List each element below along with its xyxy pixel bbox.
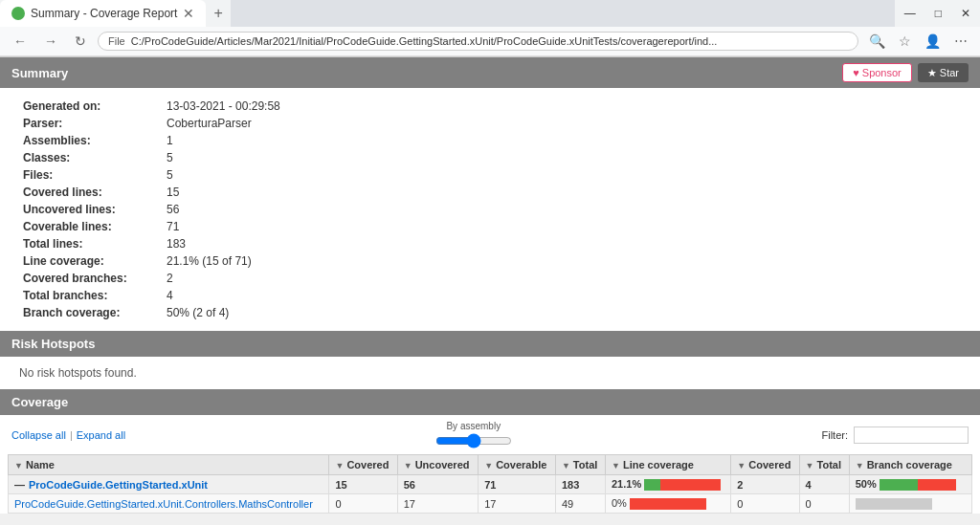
summary-row: Assemblies:1 <box>19 132 961 149</box>
risk-hotspots-label: Risk Hotspots <box>11 337 95 351</box>
coverage-table: ▼ Name ▼ Covered ▼ Uncovered ▼ Coverable… <box>8 454 972 514</box>
tab-close-button[interactable]: ✕ <box>183 6 194 21</box>
forward-button[interactable]: → <box>38 31 63 52</box>
profile-icon-button[interactable]: 👤 <box>920 31 946 52</box>
summary-value: 71 <box>163 218 961 235</box>
filter-control: Filter: <box>821 427 969 444</box>
star-button[interactable]: ★ Star <box>918 63 969 82</box>
file-label: File <box>108 35 125 47</box>
grouping-control: By assembly <box>435 421 512 448</box>
line-coverage-bar <box>644 479 721 491</box>
summary-row: Files:5 <box>19 166 961 184</box>
grouping-label: By assembly <box>446 421 501 431</box>
table-row: —ProCodeGuide.GettingStarted.xUnit 15 56… <box>9 475 972 494</box>
summary-row: Covered branches:2 <box>19 270 961 287</box>
line-coverage-bar <box>630 498 706 510</box>
summary-row: Generated on:13-03-2021 - 00:29:58 <box>19 98 961 115</box>
tab-title: Summary - Coverage Report <box>31 7 177 20</box>
line-coverage-cell: 21.1% <box>605 475 730 494</box>
browser-chrome: Summary - Coverage Report ✕ + — □ ✕ ← → … <box>0 0 980 57</box>
covered-cell: 0 <box>329 494 397 514</box>
summary-label: Parser: <box>19 115 163 132</box>
col-covered2[interactable]: ▼ Covered <box>731 455 799 475</box>
summary-label: Generated on: <box>19 98 163 115</box>
coverable-cell: 71 <box>479 475 556 494</box>
total-cell: 183 <box>555 475 605 494</box>
coverage-section: Collapse all | Expand all By assembly Fi… <box>0 415 980 514</box>
filter-label: Filter: <box>821 429 848 441</box>
summary-header-label: Summary <box>11 66 68 80</box>
summary-value: 50% (2 of 4) <box>163 304 961 321</box>
summary-row: Uncovered lines:56 <box>19 201 961 218</box>
summary-label: Classes: <box>19 149 163 166</box>
bookmark-icon-button[interactable]: ☆ <box>894 31 916 52</box>
col-name[interactable]: ▼ Name <box>9 455 329 475</box>
table-row: ProCodeGuide.GettingStarted.xUnit.Contro… <box>9 494 972 514</box>
grouping-slider[interactable] <box>435 433 512 448</box>
summary-row: Coverable lines:71 <box>19 218 961 235</box>
class-name-link[interactable]: ProCodeGuide.GettingStarted.xUnit <box>29 479 208 491</box>
search-icon-button[interactable]: 🔍 <box>864 31 890 52</box>
summary-value: CoberturaParser <box>163 115 961 132</box>
covered2-cell: 2 <box>731 475 799 494</box>
summary-label: Uncovered lines: <box>19 201 163 218</box>
summary-label: Total branches: <box>19 287 163 304</box>
sponsor-button[interactable]: ♥ Sponsor <box>842 63 912 82</box>
summary-value: 4 <box>163 287 961 304</box>
col-branch-coverage[interactable]: ▼ Branch coverage <box>849 455 971 475</box>
summary-row: Total lines:183 <box>19 235 961 252</box>
browser-tab[interactable]: Summary - Coverage Report ✕ <box>0 0 206 27</box>
summary-row: Branch coverage:50% (2 of 4) <box>19 304 961 321</box>
uncovered-cell: 56 <box>397 475 479 494</box>
uncovered-cell: 17 <box>397 494 479 514</box>
summary-value: 5 <box>163 149 961 166</box>
covered2-cell: 0 <box>731 494 799 514</box>
coverage-header-label: Coverage <box>11 395 68 409</box>
summary-value: 13-03-2021 - 00:29:58 <box>163 98 961 115</box>
summary-section-header: Summary ♥ Sponsor ★ Star <box>0 57 980 88</box>
summary-value: 5 <box>163 166 961 184</box>
filter-input[interactable] <box>854 427 969 444</box>
minimize-button[interactable]: — <box>895 0 925 27</box>
summary-label: Covered branches: <box>19 270 163 287</box>
branch-coverage-bar <box>880 479 956 491</box>
col-covered[interactable]: ▼ Covered <box>329 455 397 475</box>
col-uncovered[interactable]: ▼ Uncovered <box>397 455 479 475</box>
summary-label: Branch coverage: <box>19 304 163 321</box>
summary-table: Generated on:13-03-2021 - 00:29:58Parser… <box>19 98 961 321</box>
branch-coverage-cell: 50% <box>849 475 971 494</box>
risk-hotspots-header: Risk Hotspots <box>0 331 980 357</box>
summary-label: Covered lines: <box>19 184 163 201</box>
maximize-button[interactable]: □ <box>925 0 951 27</box>
col-total2[interactable]: ▼ Total <box>799 455 849 475</box>
summary-value: 2 <box>163 270 961 287</box>
col-coverable[interactable]: ▼ Coverable <box>479 455 556 475</box>
total2-cell: 4 <box>799 475 849 494</box>
col-line-coverage[interactable]: ▼ Line coverage <box>605 455 730 475</box>
nav-bar: ← → ↻ File C:/ProCodeGuide/Articles/Mar2… <box>0 27 980 56</box>
menu-icon-button[interactable]: ⋯ <box>949 31 972 52</box>
coverage-table-header-row: ▼ Name ▼ Covered ▼ Uncovered ▼ Coverable… <box>9 455 972 475</box>
page-content: Summary ♥ Sponsor ★ Star Generated on:13… <box>0 57 980 514</box>
summary-section: Generated on:13-03-2021 - 00:29:58Parser… <box>0 88 980 331</box>
coverage-section-header: Coverage <box>0 389 980 415</box>
branch-coverage-bar <box>856 498 932 510</box>
address-text: C:/ProCodeGuide/Articles/Mar2021/Initial… <box>131 35 848 47</box>
link-separator: | <box>70 429 73 441</box>
close-button[interactable]: ✕ <box>951 0 980 27</box>
refresh-button[interactable]: ↻ <box>69 31 92 52</box>
expand-all-link[interactable]: Expand all <box>77 429 125 441</box>
summary-row: Line coverage:21.1% (15 of 71) <box>19 252 961 270</box>
summary-label: Coverable lines: <box>19 218 163 235</box>
address-bar[interactable]: File C:/ProCodeGuide/Articles/Mar2021/In… <box>98 32 858 51</box>
summary-row: Covered lines:15 <box>19 184 961 201</box>
coverage-controls: Collapse all | Expand all By assembly Fi… <box>8 415 972 454</box>
summary-value: 1 <box>163 132 961 149</box>
col-total[interactable]: ▼ Total <box>555 455 605 475</box>
summary-label: Assemblies: <box>19 132 163 149</box>
new-tab-button[interactable]: + <box>206 0 230 27</box>
class-name-link[interactable]: ProCodeGuide.GettingStarted.xUnit.Contro… <box>14 498 313 510</box>
collapse-all-link[interactable]: Collapse all <box>11 429 66 441</box>
expand-icon[interactable]: — <box>14 479 25 491</box>
back-button[interactable]: ← <box>8 31 33 52</box>
